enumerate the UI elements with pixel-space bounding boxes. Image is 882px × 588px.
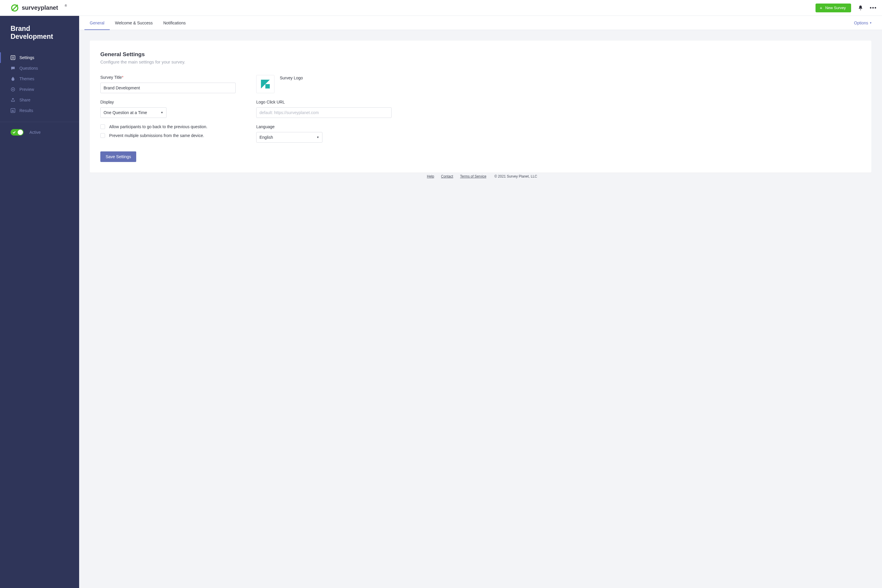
svg-text:surveyplanet: surveyplanet	[22, 5, 58, 11]
logo-url-input[interactable]	[256, 107, 392, 118]
sidebar-item-settings[interactable]: Settings	[0, 52, 79, 63]
svg-line-1	[12, 5, 17, 10]
allow-back-checkbox[interactable]: Allow participants to go back to the pre…	[100, 124, 236, 129]
prevent-multi-checkbox[interactable]: Prevent multiple submissions from the sa…	[100, 133, 236, 138]
svg-rect-11	[13, 110, 13, 112]
sidebar-item-label: Results	[20, 108, 33, 113]
tab-label: Notifications	[163, 21, 186, 25]
sidebar-item-label: Share	[20, 98, 30, 102]
svg-rect-13	[261, 80, 265, 84]
svg-marker-16	[261, 84, 265, 88]
allow-back-label: Allow participants to go back to the pre…	[109, 124, 207, 129]
sidebar-item-label: Questions	[20, 66, 38, 70]
svg-point-8	[12, 89, 14, 90]
share-icon	[11, 98, 15, 102]
sidebar-item-label: Themes	[20, 76, 35, 81]
results-chart-icon	[11, 108, 15, 113]
language-select[interactable]: English ▼	[256, 132, 322, 142]
new-survey-button[interactable]: + New Survey	[816, 3, 851, 12]
active-toggle-label: Active	[29, 130, 41, 135]
footer-tos-link[interactable]: Terms of Service	[460, 174, 486, 178]
logo-mark-icon	[11, 4, 19, 12]
survey-logo-label: Survey Logo	[280, 75, 303, 80]
checkmark-icon	[12, 130, 16, 134]
sidebar-item-share[interactable]: Share	[0, 94, 79, 105]
footer-contact-link[interactable]: Contact	[441, 174, 453, 178]
tab-general[interactable]: General	[84, 16, 110, 30]
logo-wordmark-icon: surveyplanet	[22, 5, 63, 11]
sidebar: Brand Development Settings Questions The…	[0, 16, 79, 588]
sidebar-item-results[interactable]: Results	[0, 105, 79, 116]
footer-copyright: © 2021 Survey Planet, LLC	[494, 174, 537, 178]
language-select-value: English	[260, 135, 273, 140]
panel-title: General Settings	[100, 51, 861, 58]
survey-title-label: Survey Title*	[100, 75, 236, 80]
main-content: General Welcome & Success Notifications …	[79, 16, 882, 588]
svg-marker-15	[265, 84, 270, 88]
active-toggle[interactable]	[11, 129, 24, 135]
sidebar-item-questions[interactable]: Questions	[0, 63, 79, 74]
chevron-down-icon: ▾	[870, 21, 871, 24]
save-settings-button[interactable]: Save Settings	[100, 152, 136, 162]
sidebar-item-themes[interactable]: Themes	[0, 74, 79, 84]
sidebar-item-preview[interactable]: Preview	[0, 84, 79, 94]
options-dropdown[interactable]: Options ▾	[854, 16, 871, 30]
panel-subtitle: Configure the main settings for your sur…	[100, 59, 861, 64]
plus-icon: +	[820, 6, 822, 10]
svg-rect-5	[12, 57, 13, 59]
toggle-knob	[18, 130, 23, 135]
checkbox-box-icon	[100, 133, 105, 138]
logo-url-label: Logo Click URL	[256, 100, 392, 104]
caret-down-icon: ▼	[161, 111, 163, 114]
footer-help-link[interactable]: Help	[427, 174, 434, 178]
preview-eye-icon	[11, 87, 15, 92]
svg-rect-10	[12, 111, 12, 112]
svg-rect-6	[14, 57, 14, 59]
prevent-multi-label: Prevent multiple submissions from the sa…	[109, 133, 204, 138]
tabbar: General Welcome & Success Notifications …	[79, 16, 882, 30]
survey-logo-upload[interactable]	[256, 75, 275, 93]
tab-label: Welcome & Success	[115, 21, 153, 25]
language-label: Language	[256, 124, 392, 129]
tab-label: General	[90, 21, 104, 25]
svg-point-2	[17, 4, 18, 6]
settings-panel: General Settings Configure the main sett…	[90, 40, 871, 172]
tab-notifications[interactable]: Notifications	[158, 16, 191, 30]
trademark-icon: ®	[65, 4, 67, 8]
display-select[interactable]: One Question at a Time ▼	[100, 107, 167, 118]
options-label: Options	[854, 21, 868, 25]
settings-sliders-icon	[11, 55, 15, 60]
more-menu-button[interactable]	[870, 7, 876, 9]
svg-rect-12	[14, 111, 14, 112]
notification-bell-icon[interactable]	[858, 5, 864, 11]
display-label: Display	[100, 100, 236, 104]
sidebar-item-label: Preview	[20, 87, 34, 92]
tab-welcome-success[interactable]: Welcome & Success	[110, 16, 158, 30]
checkbox-box-icon	[100, 124, 105, 129]
sidebar-survey-title: Brand Development	[0, 16, 79, 50]
new-survey-label: New Survey	[825, 6, 846, 10]
sidebar-item-label: Settings	[20, 55, 35, 60]
display-select-value: One Question at a Time	[104, 110, 147, 115]
questions-chat-icon	[11, 66, 15, 70]
themes-drop-icon	[11, 76, 15, 81]
logo[interactable]: surveyplanet ®	[11, 4, 68, 12]
footer: Help Contact Terms of Service © 2021 Sur…	[90, 172, 871, 183]
survey-title-input[interactable]	[100, 82, 236, 93]
svg-rect-4	[11, 56, 15, 60]
caret-down-icon: ▼	[317, 136, 319, 139]
app-header: surveyplanet ® + New Survey	[0, 0, 882, 16]
survey-logo-icon	[260, 79, 270, 89]
svg-marker-14	[265, 80, 270, 84]
